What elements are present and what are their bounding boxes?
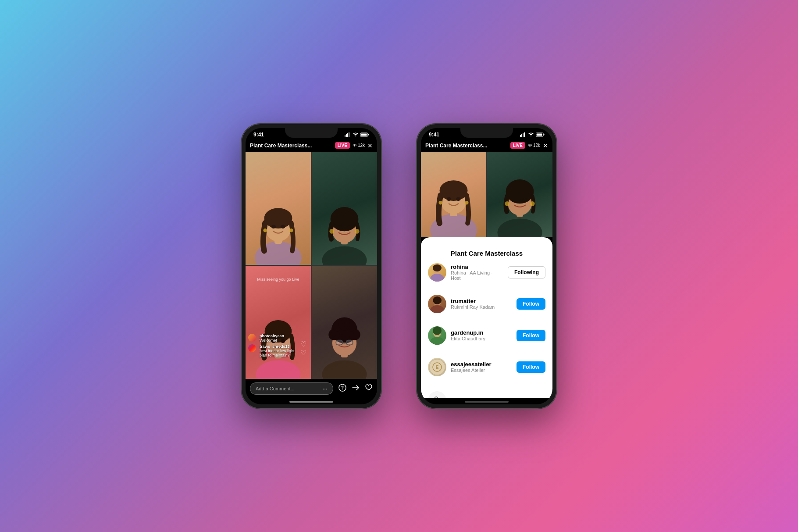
svg-point-14 xyxy=(289,228,293,232)
heart-icon-bar[interactable] xyxy=(365,384,373,393)
live-badge-left: LIVE xyxy=(335,142,350,149)
svg-rect-6 xyxy=(361,133,367,136)
comment-text-2: travis_shreds18 best indoor low light pl… xyxy=(260,344,298,357)
svg-rect-46 xyxy=(524,132,525,137)
svg-point-18 xyxy=(331,207,359,231)
phone-left-screen: 9:41 xyxy=(246,128,377,404)
avatar-gardenup xyxy=(428,326,446,345)
avatar-trumatter xyxy=(428,295,446,313)
comment-avatar-1 xyxy=(248,334,256,342)
participant-row-gardenup: gardenup.in Ekta Chaudhary Follow xyxy=(428,326,545,345)
status-icons-right xyxy=(520,132,545,137)
phone-right-screen: 9:41 xyxy=(421,128,552,404)
svg-point-64 xyxy=(505,201,509,206)
follow-btn-gardenup[interactable]: Follow xyxy=(517,330,545,341)
home-indicator-left xyxy=(289,401,333,403)
svg-point-68 xyxy=(430,274,444,282)
svg-point-20 xyxy=(347,225,352,229)
phone-right: 9:41 xyxy=(417,124,557,409)
request-join-text: Request to Join xyxy=(451,397,494,398)
video-cell-right-2 xyxy=(487,152,552,237)
comment-placeholder: Add a Comment... xyxy=(256,386,319,391)
person-art-2 xyxy=(312,152,377,265)
follow-btn-essajees[interactable]: Follow xyxy=(517,361,545,373)
participant-sub-gardenup: Ekta Chaudhary xyxy=(451,336,512,341)
person-svg-2 xyxy=(312,152,377,265)
signal-icon-right xyxy=(520,132,526,137)
video-cell-2 xyxy=(312,152,377,265)
person-art-right-2 xyxy=(487,152,552,237)
comment-text-1: photosbyean Welcome! xyxy=(260,334,298,343)
svg-point-78 xyxy=(435,397,438,398)
comment-input-field[interactable]: Add a Comment... ··· xyxy=(250,382,333,395)
time-right: 9:41 xyxy=(429,132,439,138)
battery-icon-left xyxy=(360,132,369,137)
person-art-3 xyxy=(246,266,311,379)
svg-rect-38 xyxy=(336,340,342,345)
svg-text:E: E xyxy=(436,365,439,370)
participant-sub-rohina: Rohina | AA Living · Host xyxy=(451,270,503,281)
live-badge-right: LIVE xyxy=(510,142,525,149)
svg-point-22 xyxy=(355,229,360,234)
request-join-row[interactable]: Request to Join xyxy=(428,391,545,398)
participant-name-essajees: essajeesatelier xyxy=(451,361,512,368)
participant-sub-essajees: Essajees Atelier xyxy=(451,368,512,373)
eye-icon-left: 👁 xyxy=(353,143,357,148)
svg-point-12 xyxy=(281,225,285,229)
wifi-icon-right xyxy=(528,132,534,137)
following-btn-rohina[interactable]: Following xyxy=(508,266,545,278)
svg-rect-43 xyxy=(520,135,521,137)
follow-btn-trumatter[interactable]: Follow xyxy=(517,298,545,310)
svg-rect-48 xyxy=(544,134,545,135)
signal-icon-left xyxy=(345,132,351,137)
live-header-left: Plant Care Masterclass... LIVE 👁 12k ✕ xyxy=(246,139,377,152)
svg-point-56 xyxy=(438,200,442,204)
panel-title: Plant Care Masterclass xyxy=(428,250,545,257)
svg-point-37 xyxy=(339,319,350,330)
svg-rect-1 xyxy=(346,134,347,137)
svg-rect-0 xyxy=(345,135,346,137)
close-btn-right[interactable]: ✕ xyxy=(543,142,548,149)
question-icon[interactable]: ? xyxy=(338,384,346,393)
participant-info-trumatter: trumatter Rukmini Ray Kadam xyxy=(451,298,512,310)
viewer-count-left: 👁 12k xyxy=(353,143,365,148)
svg-text:?: ? xyxy=(341,386,344,390)
svg-point-63 xyxy=(522,198,527,202)
notch-right xyxy=(460,128,513,138)
send-icon[interactable] xyxy=(352,384,360,393)
phone-left: 9:41 xyxy=(241,124,381,409)
panel-sheet: Plant Care Masterclass rohina Rohina | A… xyxy=(421,237,552,398)
home-indicator-right xyxy=(465,401,509,403)
svg-rect-45 xyxy=(523,133,524,137)
live-title-left: Plant Care Masterclass... xyxy=(250,143,332,149)
person-svg-1 xyxy=(246,152,311,265)
participant-name-rohina: rohina xyxy=(451,264,503,270)
svg-rect-5 xyxy=(368,134,369,135)
viewer-count-right: 👁 12k xyxy=(528,143,540,148)
close-btn-left[interactable]: ✕ xyxy=(367,142,373,149)
avatar-essajees: E xyxy=(428,358,446,376)
svg-rect-44 xyxy=(521,134,522,137)
comment-2: travis_shreds18 best indoor low light pl… xyxy=(248,344,298,357)
svg-point-65 xyxy=(530,201,535,206)
avatar-rohina xyxy=(428,263,446,282)
person-svg-3 xyxy=(246,266,311,379)
svg-rect-2 xyxy=(347,133,348,137)
video-cell-4 xyxy=(312,266,377,379)
participant-info-gardenup: gardenup.in Ekta Chaudhary xyxy=(451,329,512,341)
live-title-right: Plant Care Masterclass... xyxy=(425,143,508,149)
video-cell-right-1 xyxy=(421,152,486,237)
svg-point-71 xyxy=(430,305,444,313)
participant-info-rohina: rohina Rohina | AA Living · Host xyxy=(451,264,503,281)
comment-avatar-2 xyxy=(248,344,256,352)
svg-point-61 xyxy=(506,179,534,204)
comment-dots: ··· xyxy=(322,385,328,392)
svg-point-73 xyxy=(433,326,442,335)
video-grid-right xyxy=(421,152,552,237)
eye-icon-right: 👁 xyxy=(528,143,532,148)
battery-icon-right xyxy=(536,132,545,137)
status-icons-left xyxy=(345,132,369,137)
svg-point-21 xyxy=(329,229,334,234)
person-art-4 xyxy=(312,266,377,379)
svg-point-74 xyxy=(430,337,444,345)
